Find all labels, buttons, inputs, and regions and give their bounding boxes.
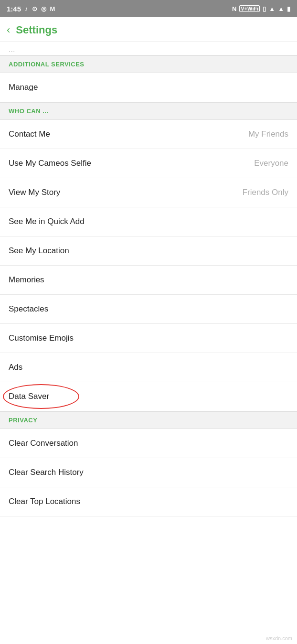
cameos-selfie-label: Use My Cameos Selfie [9, 159, 91, 168]
signal-icon: ▲ [278, 5, 284, 12]
spectacles-item[interactable]: Spectacles [0, 295, 297, 324]
see-my-location-item[interactable]: See My Location [0, 236, 297, 266]
spectacles-label: Spectacles [9, 304, 48, 314]
customise-emojis-label: Customise Emojis [9, 333, 74, 343]
ads-item[interactable]: Ads [0, 353, 297, 382]
manage-label: Manage [9, 83, 38, 92]
data-saver-item[interactable]: Data Saver [0, 382, 297, 411]
camera-icon: ◎ [41, 5, 46, 12]
back-button[interactable]: ‹ [7, 25, 10, 35]
header: ‹ Settings [0, 17, 297, 42]
clear-search-history-label: Clear Search History [9, 468, 84, 477]
clear-conversation-item[interactable]: Clear Conversation [0, 429, 297, 458]
status-right: N V+WiFi ▯ ▲ ▲ ▮ [232, 5, 290, 12]
status-left: 1:45 ♪ ⊙ ◎ M [7, 5, 55, 13]
section-who-can: WHO CAN ... [0, 102, 297, 120]
view-my-story-label: View My Story [9, 188, 60, 197]
view-my-story-item[interactable]: View My Story Friends Only [0, 178, 297, 207]
quick-add-label: See Me in Quick Add [9, 217, 85, 226]
customise-emojis-item[interactable]: Customise Emojis [0, 324, 297, 353]
contact-me-value: My Friends [248, 129, 288, 139]
vibrate-icon: ▯ [263, 5, 266, 12]
quick-add-item[interactable]: See Me in Quick Add [0, 207, 297, 236]
wifi-icon: ▲ [269, 5, 275, 12]
memories-item[interactable]: Memories [0, 266, 297, 295]
view-my-story-value: Friends Only [243, 188, 288, 197]
instagram-icon: ⊙ [32, 5, 37, 12]
contact-me-label: Contact Me [9, 129, 50, 139]
battery-icon: ▮ [287, 5, 290, 12]
watermark: wsxdn.com [266, 635, 292, 641]
clear-top-locations-label: Clear Top Locations [9, 497, 80, 506]
nfc-icon: N [232, 5, 236, 12]
data-saver-label: Data Saver [9, 392, 49, 401]
status-time: 1:45 [7, 5, 21, 13]
clear-search-history-item[interactable]: Clear Search History [0, 458, 297, 487]
status-bar: 1:45 ♪ ⊙ ◎ M N V+WiFi ▯ ▲ ▲ ▮ [0, 0, 297, 17]
music-icon: ♪ [25, 5, 28, 12]
cameos-selfie-value: Everyone [254, 159, 288, 168]
cameos-selfie-item[interactable]: Use My Cameos Selfie Everyone [0, 149, 297, 178]
contact-me-item[interactable]: Contact Me My Friends [0, 120, 297, 149]
truncated-text: ... [0, 42, 297, 55]
wifi-calling-icon: V+WiFi [239, 5, 260, 12]
section-privacy: PRIVACY [0, 411, 297, 429]
section-additional-services: ADDITIONAL SERVICES [0, 55, 297, 73]
see-my-location-label: See My Location [9, 246, 69, 256]
gmail-icon: M [50, 5, 55, 12]
manage-item[interactable]: Manage [0, 73, 297, 102]
page-title: Settings [16, 24, 57, 36]
memories-label: Memories [9, 275, 44, 285]
clear-top-locations-item[interactable]: Clear Top Locations [0, 487, 297, 516]
clear-conversation-label: Clear Conversation [9, 439, 78, 448]
ads-label: Ads [9, 363, 22, 372]
